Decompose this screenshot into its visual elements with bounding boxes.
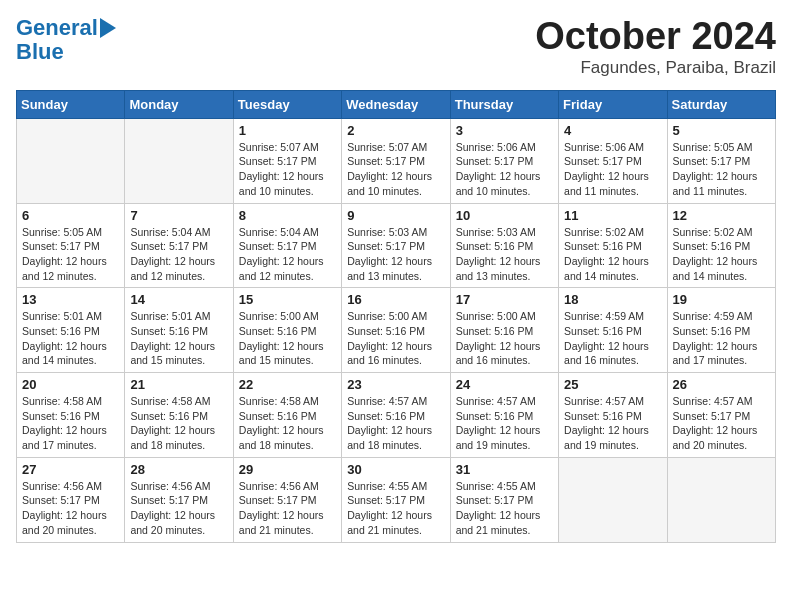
logo: General Blue — [16, 16, 116, 64]
calendar-cell: 4Sunrise: 5:06 AM Sunset: 5:17 PM Daylig… — [559, 118, 667, 203]
day-number: 23 — [347, 377, 444, 392]
calendar-cell: 9Sunrise: 5:03 AM Sunset: 5:17 PM Daylig… — [342, 203, 450, 288]
calendar-cell: 15Sunrise: 5:00 AM Sunset: 5:16 PM Dayli… — [233, 288, 341, 373]
weekday-header: Wednesday — [342, 90, 450, 118]
day-number: 18 — [564, 292, 661, 307]
month-title: October 2024 — [535, 16, 776, 58]
calendar-cell: 26Sunrise: 4:57 AM Sunset: 5:17 PM Dayli… — [667, 373, 775, 458]
day-info: Sunrise: 4:58 AM Sunset: 5:16 PM Dayligh… — [239, 394, 336, 453]
calendar-cell — [667, 457, 775, 542]
day-number: 3 — [456, 123, 553, 138]
weekday-header: Sunday — [17, 90, 125, 118]
calendar-week-row: 1Sunrise: 5:07 AM Sunset: 5:17 PM Daylig… — [17, 118, 776, 203]
calendar-cell: 17Sunrise: 5:00 AM Sunset: 5:16 PM Dayli… — [450, 288, 558, 373]
calendar-cell: 27Sunrise: 4:56 AM Sunset: 5:17 PM Dayli… — [17, 457, 125, 542]
calendar-week-row: 6Sunrise: 5:05 AM Sunset: 5:17 PM Daylig… — [17, 203, 776, 288]
day-info: Sunrise: 5:03 AM Sunset: 5:17 PM Dayligh… — [347, 225, 444, 284]
day-info: Sunrise: 4:56 AM Sunset: 5:17 PM Dayligh… — [239, 479, 336, 538]
calendar-cell: 14Sunrise: 5:01 AM Sunset: 5:16 PM Dayli… — [125, 288, 233, 373]
calendar-cell — [17, 118, 125, 203]
day-number: 19 — [673, 292, 770, 307]
day-number: 10 — [456, 208, 553, 223]
calendar-week-row: 27Sunrise: 4:56 AM Sunset: 5:17 PM Dayli… — [17, 457, 776, 542]
day-number: 11 — [564, 208, 661, 223]
calendar-cell: 8Sunrise: 5:04 AM Sunset: 5:17 PM Daylig… — [233, 203, 341, 288]
day-info: Sunrise: 4:57 AM Sunset: 5:17 PM Dayligh… — [673, 394, 770, 453]
calendar-cell: 6Sunrise: 5:05 AM Sunset: 5:17 PM Daylig… — [17, 203, 125, 288]
logo-blue-text: Blue — [16, 39, 64, 64]
calendar-cell: 1Sunrise: 5:07 AM Sunset: 5:17 PM Daylig… — [233, 118, 341, 203]
day-info: Sunrise: 4:57 AM Sunset: 5:16 PM Dayligh… — [456, 394, 553, 453]
day-info: Sunrise: 5:03 AM Sunset: 5:16 PM Dayligh… — [456, 225, 553, 284]
calendar-cell: 5Sunrise: 5:05 AM Sunset: 5:17 PM Daylig… — [667, 118, 775, 203]
day-info: Sunrise: 5:01 AM Sunset: 5:16 PM Dayligh… — [22, 309, 119, 368]
calendar-cell: 16Sunrise: 5:00 AM Sunset: 5:16 PM Dayli… — [342, 288, 450, 373]
day-number: 27 — [22, 462, 119, 477]
day-info: Sunrise: 4:56 AM Sunset: 5:17 PM Dayligh… — [130, 479, 227, 538]
day-info: Sunrise: 5:00 AM Sunset: 5:16 PM Dayligh… — [239, 309, 336, 368]
day-number: 5 — [673, 123, 770, 138]
logo-arrow-icon — [100, 18, 116, 38]
day-info: Sunrise: 5:07 AM Sunset: 5:17 PM Dayligh… — [239, 140, 336, 199]
day-info: Sunrise: 5:00 AM Sunset: 5:16 PM Dayligh… — [347, 309, 444, 368]
day-number: 31 — [456, 462, 553, 477]
weekday-header: Thursday — [450, 90, 558, 118]
calendar-cell: 31Sunrise: 4:55 AM Sunset: 5:17 PM Dayli… — [450, 457, 558, 542]
day-number: 21 — [130, 377, 227, 392]
calendar-table: SundayMondayTuesdayWednesdayThursdayFrid… — [16, 90, 776, 543]
day-info: Sunrise: 5:06 AM Sunset: 5:17 PM Dayligh… — [456, 140, 553, 199]
weekday-header: Monday — [125, 90, 233, 118]
weekday-header: Saturday — [667, 90, 775, 118]
day-number: 9 — [347, 208, 444, 223]
day-info: Sunrise: 4:57 AM Sunset: 5:16 PM Dayligh… — [564, 394, 661, 453]
day-number: 20 — [22, 377, 119, 392]
day-info: Sunrise: 5:04 AM Sunset: 5:17 PM Dayligh… — [130, 225, 227, 284]
day-number: 24 — [456, 377, 553, 392]
calendar-header-row: SundayMondayTuesdayWednesdayThursdayFrid… — [17, 90, 776, 118]
day-info: Sunrise: 4:55 AM Sunset: 5:17 PM Dayligh… — [456, 479, 553, 538]
day-number: 16 — [347, 292, 444, 307]
day-number: 15 — [239, 292, 336, 307]
calendar-cell — [125, 118, 233, 203]
day-info: Sunrise: 4:58 AM Sunset: 5:16 PM Dayligh… — [22, 394, 119, 453]
calendar-cell: 2Sunrise: 5:07 AM Sunset: 5:17 PM Daylig… — [342, 118, 450, 203]
day-number: 6 — [22, 208, 119, 223]
day-number: 14 — [130, 292, 227, 307]
page-header: General Blue October 2024 Fagundes, Para… — [16, 16, 776, 78]
calendar-week-row: 20Sunrise: 4:58 AM Sunset: 5:16 PM Dayli… — [17, 373, 776, 458]
calendar-cell: 25Sunrise: 4:57 AM Sunset: 5:16 PM Dayli… — [559, 373, 667, 458]
day-info: Sunrise: 5:06 AM Sunset: 5:17 PM Dayligh… — [564, 140, 661, 199]
location-title: Fagundes, Paraiba, Brazil — [535, 58, 776, 78]
calendar-cell: 13Sunrise: 5:01 AM Sunset: 5:16 PM Dayli… — [17, 288, 125, 373]
day-info: Sunrise: 4:55 AM Sunset: 5:17 PM Dayligh… — [347, 479, 444, 538]
calendar-cell: 12Sunrise: 5:02 AM Sunset: 5:16 PM Dayli… — [667, 203, 775, 288]
calendar-cell: 11Sunrise: 5:02 AM Sunset: 5:16 PM Dayli… — [559, 203, 667, 288]
day-number: 1 — [239, 123, 336, 138]
weekday-header: Tuesday — [233, 90, 341, 118]
day-number: 7 — [130, 208, 227, 223]
calendar-cell: 23Sunrise: 4:57 AM Sunset: 5:16 PM Dayli… — [342, 373, 450, 458]
logo-text: General — [16, 16, 98, 40]
day-number: 25 — [564, 377, 661, 392]
calendar-cell: 28Sunrise: 4:56 AM Sunset: 5:17 PM Dayli… — [125, 457, 233, 542]
day-info: Sunrise: 4:56 AM Sunset: 5:17 PM Dayligh… — [22, 479, 119, 538]
day-number: 8 — [239, 208, 336, 223]
day-number: 30 — [347, 462, 444, 477]
calendar-cell: 18Sunrise: 4:59 AM Sunset: 5:16 PM Dayli… — [559, 288, 667, 373]
day-number: 2 — [347, 123, 444, 138]
calendar-cell: 21Sunrise: 4:58 AM Sunset: 5:16 PM Dayli… — [125, 373, 233, 458]
day-info: Sunrise: 5:01 AM Sunset: 5:16 PM Dayligh… — [130, 309, 227, 368]
calendar-cell: 22Sunrise: 4:58 AM Sunset: 5:16 PM Dayli… — [233, 373, 341, 458]
day-number: 28 — [130, 462, 227, 477]
day-info: Sunrise: 4:58 AM Sunset: 5:16 PM Dayligh… — [130, 394, 227, 453]
day-info: Sunrise: 5:07 AM Sunset: 5:17 PM Dayligh… — [347, 140, 444, 199]
day-info: Sunrise: 4:59 AM Sunset: 5:16 PM Dayligh… — [564, 309, 661, 368]
day-info: Sunrise: 5:04 AM Sunset: 5:17 PM Dayligh… — [239, 225, 336, 284]
calendar-cell: 30Sunrise: 4:55 AM Sunset: 5:17 PM Dayli… — [342, 457, 450, 542]
calendar-cell: 20Sunrise: 4:58 AM Sunset: 5:16 PM Dayli… — [17, 373, 125, 458]
calendar-cell: 24Sunrise: 4:57 AM Sunset: 5:16 PM Dayli… — [450, 373, 558, 458]
day-info: Sunrise: 4:59 AM Sunset: 5:16 PM Dayligh… — [673, 309, 770, 368]
title-block: October 2024 Fagundes, Paraiba, Brazil — [535, 16, 776, 78]
calendar-cell — [559, 457, 667, 542]
day-info: Sunrise: 5:05 AM Sunset: 5:17 PM Dayligh… — [673, 140, 770, 199]
